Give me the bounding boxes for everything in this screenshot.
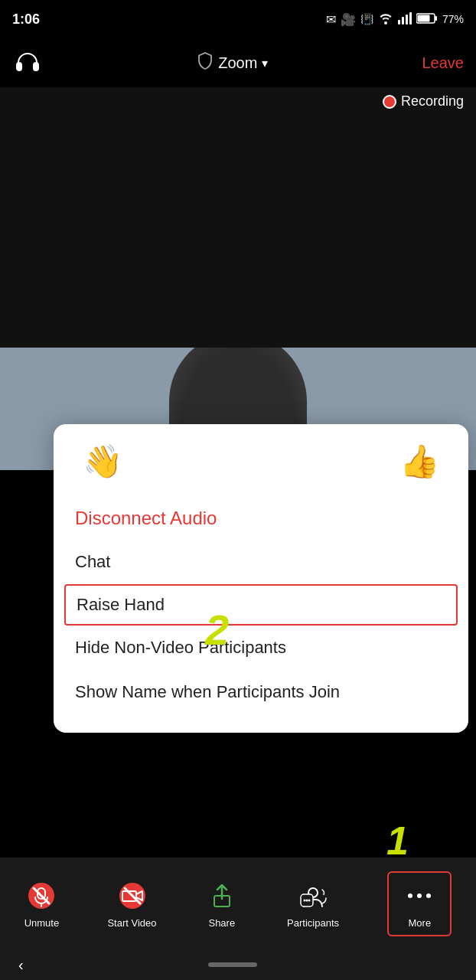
shield-icon [197, 51, 214, 75]
participants-label: Participants [287, 917, 339, 929]
raise-hand-item[interactable]: Raise Hand [64, 584, 458, 626]
share-label: Share [208, 917, 235, 929]
battery-percentage: 77% [442, 13, 464, 25]
zoom-label: Zoom [218, 54, 257, 72]
status-time: 1:06 [12, 11, 40, 28]
more-icon [403, 879, 436, 913]
headset-icon[interactable] [12, 47, 43, 78]
home-indicator[interactable] [208, 962, 257, 967]
svg-rect-5 [435, 16, 437, 21]
camera-icon: 🎥 [341, 12, 356, 27]
svg-point-22 [304, 899, 306, 901]
disconnect-audio-item[interactable]: Disconnect Audio [75, 495, 447, 540]
svg-rect-1 [402, 17, 404, 24]
annotation-number-1: 1 [386, 818, 409, 864]
nav-bar: ‹ [0, 949, 476, 980]
more-label: More [409, 917, 432, 929]
hide-non-video-item[interactable]: Hide Non-Video Participants [75, 626, 447, 670]
status-bar: 1:06 ✉ 🎥 📳 [0, 0, 476, 38]
recording-dot [383, 95, 396, 109]
participants-icon [296, 879, 330, 913]
wave-emoji[interactable]: 👋 [83, 443, 122, 480]
unmute-button[interactable]: Unmute [24, 879, 60, 929]
zoom-branding[interactable]: Zoom ▾ [197, 51, 268, 75]
leave-button[interactable]: Leave [422, 54, 465, 72]
svg-point-25 [408, 893, 412, 898]
annotation-number-2: 2 [205, 605, 229, 655]
svg-rect-3 [409, 12, 412, 24]
back-button[interactable]: ‹ [18, 956, 24, 974]
gmail-icon: ✉ [326, 12, 336, 27]
start-video-icon [116, 879, 149, 913]
svg-point-26 [417, 893, 422, 898]
svg-rect-6 [417, 15, 429, 21]
thumbsup-emoji[interactable]: 👍 [399, 443, 439, 480]
svg-rect-7 [17, 63, 21, 70]
unmute-icon [24, 879, 58, 913]
battery-icon [416, 12, 438, 27]
svg-rect-0 [398, 20, 400, 24]
wifi-icon [378, 12, 393, 27]
svg-rect-8 [34, 63, 38, 70]
vibrate-icon: 📳 [360, 13, 373, 25]
participants-button[interactable]: Participants [287, 879, 339, 929]
start-video-label: Start Video [107, 917, 156, 929]
bottom-toolbar: Unmute Start Video Share [0, 858, 476, 949]
video-area-top [0, 87, 476, 348]
more-menu-modal: 👋 👍 Disconnect Audio Chat Raise Hand Hid… [54, 424, 468, 733]
more-button[interactable]: More [387, 871, 452, 936]
share-icon [205, 879, 239, 913]
show-name-item[interactable]: Show Name when Participants Join [75, 670, 447, 714]
share-button[interactable]: Share [205, 879, 239, 929]
top-bar: Zoom ▾ Leave [0, 38, 476, 87]
recording-badge: Recording [383, 93, 464, 109]
svg-point-27 [426, 893, 431, 898]
chat-item[interactable]: Chat [75, 540, 447, 584]
recording-label: Recording [401, 93, 464, 109]
signal-icon [398, 12, 412, 27]
start-video-button[interactable]: Start Video [107, 879, 156, 929]
svg-point-24 [308, 899, 311, 901]
chevron-down-icon[interactable]: ▾ [262, 56, 268, 70]
svg-point-23 [306, 899, 308, 901]
unmute-label: Unmute [24, 917, 60, 929]
status-icons: ✉ 🎥 📳 77% [326, 12, 464, 27]
emoji-row: 👋 👍 [75, 443, 447, 480]
svg-rect-2 [406, 15, 408, 24]
